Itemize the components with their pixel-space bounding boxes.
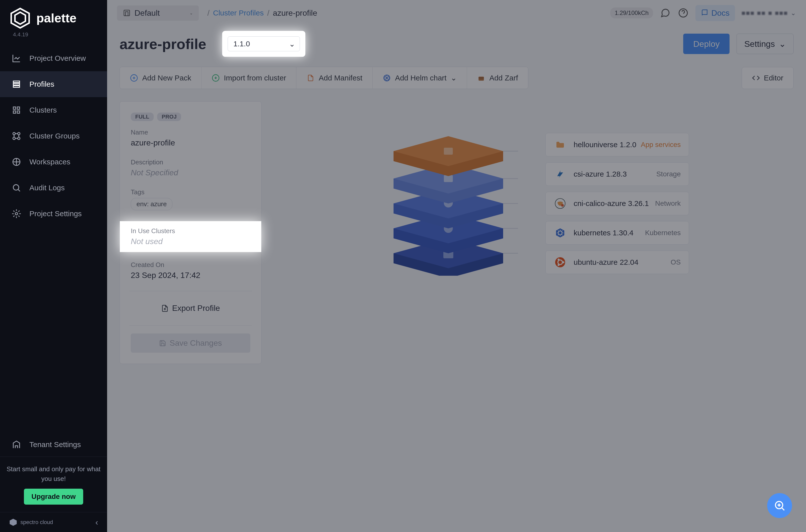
layer-row[interactable]: hellouniverse 1.2.0 App services [545,133,689,156]
import-cluster-button[interactable]: Import from cluster [202,67,296,89]
sidebar-item-clusters[interactable]: Clusters [0,97,107,123]
sidebar-item-cluster-groups[interactable]: Cluster Groups [0,123,107,149]
layer-row[interactable]: ubuntu-azure 22.04 OS [545,250,689,274]
svg-point-15 [15,212,18,215]
badge-proj: PROJ [157,113,181,121]
manifest-label: Add Manifest [319,74,362,82]
svg-point-9 [13,133,16,135]
name-label: Name [131,129,250,136]
cluster-groups-icon [11,131,22,141]
editor-label: Editor [764,74,783,82]
settings-button[interactable]: Settings ⌄ [736,34,793,54]
tag-chip: env: azure [131,198,172,210]
clusters-icon [11,104,22,116]
svg-rect-7 [13,111,16,113]
created-value: 23 Sep 2024, 17:42 [131,271,250,280]
sidebar-footer: spectro cloud ‹ [0,512,107,532]
svg-rect-5 [13,107,16,109]
svg-point-46 [558,259,560,261]
description-value: Not Specified [131,168,250,177]
project-icon [123,9,131,17]
svg-rect-3 [13,83,19,85]
docs-button[interactable]: Docs [695,5,735,21]
overview-icon [11,53,22,64]
layer-type: OS [671,258,681,266]
badge-full: FULL [131,113,154,121]
sidebar-item-workspaces[interactable]: Workspaces [0,149,107,175]
svg-point-22 [386,77,387,78]
docs-label: Docs [711,8,730,18]
deploy-button[interactable]: Deploy [683,34,730,54]
save-label: Save Changes [170,339,222,348]
upgrade-text: Start small and only pay for what you us… [3,464,103,484]
sidebar-item-tenant-settings[interactable]: Tenant Settings [0,433,107,457]
sidebar-item-label: Cluster Groups [30,132,80,140]
chevron-down-icon: ⌄ [779,39,786,49]
toolbar: Add New Pack Import from cluster Add Man… [119,67,793,89]
import-label: Import from cluster [224,74,286,82]
collapse-sidebar-icon[interactable]: ‹ [95,517,98,527]
add-helm-button[interactable]: Add Helm chart ⌄ [372,67,467,89]
chat-icon[interactable] [659,7,671,19]
project-selector[interactable]: Default ⌄ [117,5,199,21]
svg-rect-17 [124,10,130,16]
layer-type: Storage [656,170,681,178]
ubuntu-icon [554,256,567,269]
add-zarf-button[interactable]: Add Zarf [467,67,528,89]
layer-name: hellouniverse 1.2.0 [574,140,641,149]
svg-rect-4 [13,86,19,87]
topbar: Default ⌄ / Cluster Profiles / azure-pro… [107,0,806,26]
sidebar-item-label: Workspaces [30,158,71,166]
save-icon [159,340,166,347]
version-selector[interactable]: 1.1.0 ⌄ [228,36,300,51]
chat-fab[interactable] [767,493,792,518]
svg-rect-38 [444,148,453,155]
layer-row[interactable]: csi-azure 1.28.3 Storage [545,163,689,186]
azure-icon [554,168,567,180]
add-manifest-button[interactable]: Add Manifest [296,67,372,89]
sidebar-item-profiles[interactable]: Profiles [0,71,107,97]
kubernetes-icon [554,226,567,239]
sidebar-item-label: Audit Logs [30,184,65,192]
export-icon [161,305,169,312]
editor-button[interactable]: Editor [742,67,793,89]
layer-name: csi-azure 1.28.3 [574,170,656,178]
layer-row[interactable]: kubernetes 1.30.4 Kubernetes [545,221,689,245]
chevron-down-icon: ⌄ [790,9,796,17]
settings-label: Settings [744,39,775,49]
profiles-icon [11,79,22,90]
gear-icon [11,208,22,219]
export-profile-button[interactable]: Export Profile [131,299,250,317]
divider [129,291,252,291]
user-name-blurred: ■■■ ■■ ■ ■■■ [742,9,788,17]
layer-list: hellouniverse 1.2.0 App services csi-azu… [545,133,689,274]
name-value: azure-profile [131,138,250,148]
sidebar-item-project-overview[interactable]: Project Overview [0,45,107,71]
sidebar: palette 4.4.19 Project Overview Profiles… [0,0,107,532]
svg-marker-1 [15,12,25,24]
main: Default ⌄ / Cluster Profiles / azure-pro… [107,0,806,532]
help-icon[interactable] [677,7,689,19]
breadcrumb-parent[interactable]: Cluster Profiles [213,9,264,17]
app-version: 4.4.19 [0,31,107,45]
version-select-highlight: 1.1.0 ⌄ [222,31,305,57]
sidebar-item-project-settings[interactable]: Project Settings [0,201,107,227]
chevron-down-icon: ⌄ [190,11,193,16]
profile-details-card: FULL PROJ Name azure-profile Description… [119,101,262,364]
upgrade-button[interactable]: Upgrade now [24,489,83,505]
created-label: Created On [131,261,250,269]
layer-row[interactable]: cni-calico-azure 3.26.1 Network [545,192,689,215]
logo-text: palette [36,11,76,25]
logo: palette [0,0,107,31]
svg-point-10 [18,133,20,135]
sidebar-item-audit-logs[interactable]: Audit Logs [0,175,107,201]
user-menu[interactable]: ■■■ ■■ ■ ■■■ ⌄ [742,9,796,17]
search-chat-icon [773,499,786,512]
layer-type: Network [655,200,681,207]
save-changes-button[interactable]: Save Changes [131,334,250,353]
svg-point-12 [18,137,20,140]
usage-indicator[interactable]: 1.29/100kCh [610,7,653,18]
add-pack-button[interactable]: Add New Pack [120,67,202,89]
svg-marker-16 [10,518,17,526]
calico-icon [554,197,567,210]
